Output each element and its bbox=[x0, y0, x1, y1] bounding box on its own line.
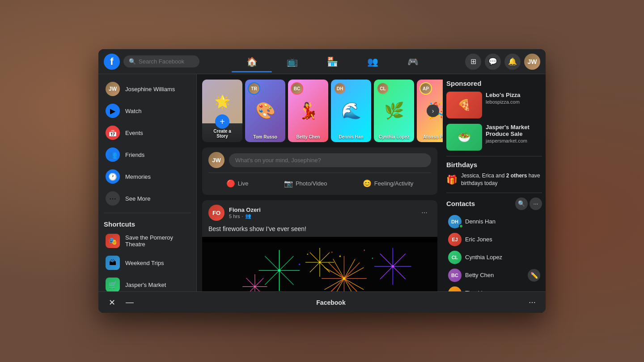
sidebar: JW Josephine Williams ▶ Watch 📅 Events 👥… bbox=[98, 74, 197, 291]
ad-market[interactable]: 🥗 Jasper's Market Produce Sale jaspersma… bbox=[446, 124, 542, 151]
story-afonso-avatar: AP bbox=[419, 82, 432, 95]
composer-top: JW bbox=[208, 152, 431, 168]
search-input[interactable] bbox=[139, 58, 194, 65]
contact-betty[interactable]: BC Betty Chen ✏️ bbox=[446, 266, 542, 284]
bottom-left: ✕ — bbox=[106, 296, 136, 309]
contact-tina[interactable]: TL Tina Lim bbox=[446, 284, 542, 291]
contact-eric-avatar: EJ bbox=[448, 233, 462, 246]
birthdays-title: Birthdays bbox=[446, 161, 542, 168]
nav-groups[interactable]: 👥 bbox=[352, 51, 393, 72]
story-dennis[interactable]: 🌊 DH Dennis Han bbox=[331, 80, 371, 142]
post-header: FO Fiona Ozeri 5 hrs · 👥 ··· bbox=[202, 200, 437, 223]
story-create[interactable]: 🌟 + Create aStory bbox=[202, 80, 242, 142]
post-more-button[interactable]: ··· bbox=[418, 206, 431, 219]
home-icon: 🏠 bbox=[246, 56, 258, 67]
post-author-info: Fiona Ozeri 5 hrs · 👥 bbox=[229, 206, 261, 219]
sidebar-item-friends[interactable]: 👥 Friends bbox=[100, 144, 195, 165]
feeling-icon: 😊 bbox=[363, 179, 372, 188]
sidebar-shortcut-trips[interactable]: 🏔 Weekend Trips bbox=[100, 252, 195, 274]
story-betty-label: Betty Chen bbox=[288, 135, 328, 139]
ad-pizza[interactable]: 🍕 Lebo's Pizza lebospizza.com bbox=[446, 92, 542, 118]
composer-actions: 🔴 Live 📷 Photo/Video 😊 Feeling/Activity bbox=[208, 177, 431, 190]
grid-button[interactable]: ⊞ bbox=[465, 54, 481, 70]
feed: 🌟 + Create aStory 🎨 TR Tom Russo 💃 BC Be… bbox=[197, 74, 443, 291]
nav-marketplace[interactable]: 🏪 bbox=[312, 51, 352, 72]
post-author-avatar: FO bbox=[208, 205, 225, 221]
right-divider-2 bbox=[446, 193, 542, 193]
live-action[interactable]: 🔴 Live bbox=[220, 177, 255, 190]
sidebar-item-see-more[interactable]: ⋯ See More bbox=[100, 188, 195, 209]
nav-home[interactable]: 🏠 bbox=[232, 51, 272, 72]
post-meta: 5 hrs · 👥 bbox=[229, 213, 261, 219]
messenger-icon: 💬 bbox=[488, 57, 497, 66]
friends-icon: 👥 bbox=[106, 147, 120, 162]
photo-action[interactable]: 📷 Photo/Video bbox=[278, 177, 334, 190]
ad-pizza-url: lebospizza.com bbox=[486, 99, 521, 105]
composer-divider bbox=[208, 173, 431, 173]
contact-cynthia[interactable]: CL Cynthia Lopez bbox=[446, 248, 542, 266]
search-icon: 🔍 bbox=[129, 58, 136, 65]
bell-icon: 🔔 bbox=[508, 57, 517, 66]
user-avatar[interactable]: JW bbox=[524, 54, 540, 70]
messenger-button[interactable]: 💬 bbox=[485, 54, 501, 70]
sidebar-item-memories[interactable]: 🕐 Memories bbox=[100, 166, 195, 187]
live-icon: 🔴 bbox=[226, 179, 235, 188]
trips-image: 🏔 bbox=[106, 256, 120, 270]
contacts-more-button[interactable]: ··· bbox=[530, 198, 542, 210]
story-cynthia-label: Cynthia Lopez bbox=[374, 135, 414, 139]
svg-point-64 bbox=[254, 286, 256, 288]
post-dot: · bbox=[242, 214, 243, 219]
post-author-name: Fiona Ozeri bbox=[229, 206, 261, 213]
live-label: Live bbox=[238, 180, 249, 187]
contacts-search-button[interactable]: 🔍 bbox=[515, 198, 528, 210]
composer-input[interactable] bbox=[229, 153, 431, 167]
sidebar-item-user[interactable]: JW Josephine Williams bbox=[100, 78, 195, 100]
story-tom[interactable]: 🎨 TR Tom Russo bbox=[245, 80, 285, 142]
post-time: 5 hrs bbox=[229, 214, 240, 219]
trips-label: Weekend Trips bbox=[125, 260, 164, 266]
story-tom-label: Tom Russo bbox=[245, 135, 285, 139]
story-cynthia[interactable]: 🌿 CL Cynthia Lopez bbox=[374, 80, 414, 142]
new-chat-button[interactable]: ✏️ bbox=[528, 269, 540, 282]
contact-eric[interactable]: EJ Eric Jones bbox=[446, 231, 542, 248]
bottom-close-button[interactable]: ✕ bbox=[106, 296, 118, 309]
more-icon: ⋯ bbox=[529, 298, 536, 307]
sidebar-divider-1 bbox=[104, 213, 191, 213]
sponsored-title: Sponsored bbox=[446, 80, 542, 87]
svg-point-28 bbox=[343, 278, 345, 280]
contacts-section: Contacts 🔍 ··· DH Dennis Han EJ Eric Jon… bbox=[446, 198, 542, 291]
sidebar-item-events[interactable]: 📅 Events bbox=[100, 122, 195, 143]
grid-icon: ⊞ bbox=[470, 57, 476, 66]
sidebar-friends-label: Friends bbox=[125, 152, 144, 158]
contact-dennis[interactable]: DH Dennis Han bbox=[446, 213, 542, 231]
ad-pizza-name: Lebo's Pizza bbox=[486, 92, 521, 98]
watch-icon: 📺 bbox=[287, 56, 298, 67]
sidebar-shortcut-theatre[interactable]: 🎭 Save the Pomeroy Theatre bbox=[100, 230, 195, 252]
sidebar-shortcut-market[interactable]: 🛒 Jasper's Market bbox=[100, 274, 195, 291]
search-box[interactable]: 🔍 bbox=[123, 55, 199, 67]
post-composer: JW 🔴 Live 📷 Photo/Video 😊 Feelin bbox=[202, 147, 437, 195]
story-tom-avatar: TR bbox=[248, 82, 260, 95]
contact-tina-name: Tina Lim bbox=[465, 290, 487, 291]
stories-next-button[interactable]: › bbox=[427, 105, 439, 117]
contact-cynthia-name: Cynthia Lopez bbox=[465, 254, 502, 261]
story-betty[interactable]: 💃 BC Betty Chen bbox=[288, 80, 328, 142]
bottom-more-button[interactable]: ⋯ bbox=[526, 296, 538, 309]
sidebar-watch-label: Watch bbox=[125, 108, 141, 114]
theatre-image: 🎭 bbox=[106, 234, 120, 248]
nav-watch[interactable]: 📺 bbox=[272, 51, 312, 72]
composer-avatar: JW bbox=[208, 152, 225, 168]
notifications-button[interactable]: 🔔 bbox=[504, 54, 521, 70]
feeling-label: Feeling/Activity bbox=[374, 180, 413, 187]
ad-pizza-image: 🍕 bbox=[446, 92, 482, 118]
market-image: 🛒 bbox=[106, 278, 120, 291]
facebook-logo[interactable]: f bbox=[104, 54, 120, 70]
stories-container: 🌟 + Create aStory 🎨 TR Tom Russo 💃 BC Be… bbox=[202, 80, 437, 142]
nav-gaming[interactable]: 🎮 bbox=[393, 51, 433, 72]
feeling-action[interactable]: 😊 Feeling/Activity bbox=[356, 177, 419, 190]
sidebar-item-watch[interactable]: ▶ Watch bbox=[100, 100, 195, 122]
contacts-header: Contacts 🔍 ··· bbox=[446, 198, 542, 210]
main-content: JW Josephine Williams ▶ Watch 📅 Events 👥… bbox=[98, 74, 546, 291]
svg-point-67 bbox=[372, 258, 373, 259]
bottom-minimize-button[interactable]: — bbox=[123, 296, 136, 309]
